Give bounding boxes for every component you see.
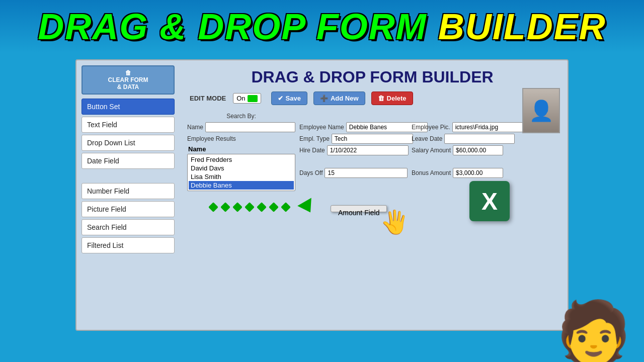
- days-off-label: Days Off: [299, 169, 323, 176]
- sidebar-item-date-field[interactable]: Date Field: [82, 153, 175, 169]
- list-item-lisa[interactable]: Lisa Smith: [189, 172, 294, 181]
- sidebar-item-picture-field[interactable]: Picture Field: [82, 201, 175, 217]
- hire-date-label: Hire Date: [299, 147, 325, 154]
- delete-icon: 🗑: [378, 95, 384, 102]
- empl-type-input[interactable]: [332, 134, 413, 144]
- clear-form-label: CLEAR FORM& DATA: [85, 76, 172, 90]
- header-green-text: DRAG & DROP FORM: [38, 7, 427, 47]
- save-checkmark-icon: ✔: [278, 95, 283, 102]
- employee-list: Fred Fredders David Davs Lisa Smith Debb…: [187, 154, 295, 191]
- name-list-header: Name: [187, 145, 295, 153]
- excel-logo: X: [469, 181, 510, 221]
- sidebar-item-search-field[interactable]: Search Field: [82, 219, 175, 235]
- bonus-label: Bonus Amount: [412, 169, 451, 176]
- sidebar-item-drop-down-list[interactable]: Drop Down List: [82, 135, 175, 151]
- amount-field-floating: Amount Field: [331, 205, 387, 212]
- employee-pic-label: Employee Pic.: [412, 124, 450, 131]
- drag-arrow-path: [210, 201, 315, 213]
- toggle-indicator: [248, 95, 258, 102]
- add-new-button[interactable]: ➕ Add New: [313, 92, 365, 105]
- employee-name-label: Employee Name: [299, 124, 344, 131]
- employee-pic-input[interactable]: [452, 122, 523, 132]
- list-item-david[interactable]: David Davs: [189, 164, 294, 172]
- list-item-fred[interactable]: Fred Fredders: [189, 155, 294, 164]
- main-area: 🗑 CLEAR FORM& DATA Button Set Text Field…: [0, 54, 644, 362]
- toolbar: EDIT MODE On ✔ Save ➕ Add New 🗑 Delete: [185, 92, 560, 105]
- save-button[interactable]: ✔ Save: [271, 92, 307, 105]
- leave-date-label: Leave Date: [412, 135, 442, 142]
- bonus-input[interactable]: [453, 168, 503, 178]
- edit-mode-toggle[interactable]: On: [233, 93, 261, 104]
- edit-mode-value: On: [236, 95, 245, 102]
- clear-form-icon: 🗑: [85, 69, 172, 76]
- hire-date-input[interactable]: [327, 145, 409, 155]
- header-title: DRAG & DROP FORM BUILDER: [38, 6, 606, 47]
- form-title: DRAG & DROP FORM BUILDER: [185, 68, 560, 86]
- hand-cursor-icon: 🖐: [381, 209, 409, 235]
- header-yellow-text: BUILDER: [438, 7, 606, 47]
- salary-input[interactable]: [453, 145, 503, 155]
- add-new-icon: ➕: [320, 95, 328, 102]
- salary-label: Salary Amount: [412, 147, 451, 154]
- list-item-debbie[interactable]: Debbie Banes: [189, 181, 294, 190]
- delete-button[interactable]: 🗑 Delete: [371, 92, 413, 105]
- app-window: 🗑 CLEAR FORM& DATA Button Set Text Field…: [75, 59, 569, 331]
- sidebar: 🗑 CLEAR FORM& DATA Button Set Text Field…: [82, 65, 175, 253]
- form-area: DRAG & DROP FORM BUILDER EDIT MODE On ✔ …: [182, 65, 562, 239]
- employee-results-label: Employee Results: [187, 135, 236, 142]
- sidebar-item-text-field[interactable]: Text Field: [82, 117, 175, 133]
- employee-photo: 👤: [522, 88, 560, 133]
- empl-type-label: Empl. Type: [299, 135, 330, 142]
- header-banner: DRAG & DROP FORM BUILDER: [0, 0, 644, 53]
- sidebar-item-number-field[interactable]: Number Field: [82, 183, 175, 199]
- decorative-person: 🧑: [548, 186, 639, 362]
- days-off-input[interactable]: [325, 168, 408, 178]
- name-input[interactable]: [205, 122, 295, 132]
- sidebar-item-filtered-list[interactable]: Filtered List: [82, 237, 175, 253]
- sidebar-item-button-set[interactable]: Button Set: [82, 99, 175, 115]
- edit-mode-label: EDIT MODE: [190, 95, 226, 102]
- leave-date-input[interactable]: [444, 134, 515, 144]
- clear-form-button[interactable]: 🗑 CLEAR FORM& DATA: [82, 65, 175, 95]
- name-label: Name: [187, 124, 203, 131]
- search-by-label: Search By:: [226, 113, 256, 120]
